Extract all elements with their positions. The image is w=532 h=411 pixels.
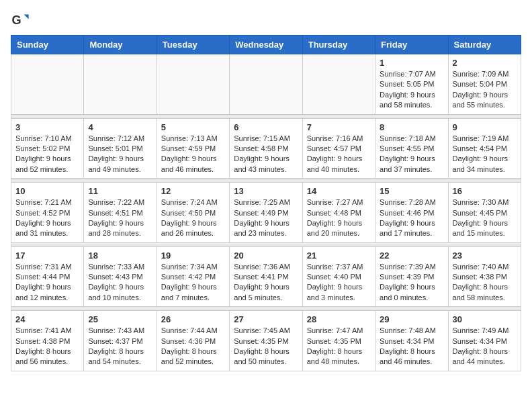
table-row (84, 54, 157, 115)
table-row: 24Sunrise: 7:41 AM Sunset: 4:38 PM Dayli… (11, 311, 84, 371)
table-row: 16Sunrise: 7:30 AM Sunset: 4:45 PM Dayli… (448, 183, 521, 243)
day-number: 20 (234, 250, 298, 261)
day-info: Sunrise: 7:07 AM Sunset: 5:05 PM Dayligh… (380, 69, 443, 111)
day-info: Sunrise: 7:30 AM Sunset: 4:45 PM Dayligh… (453, 197, 517, 239)
logo-icon: G (11, 11, 30, 30)
day-number: 11 (88, 186, 152, 196)
page-header: G (11, 11, 521, 30)
table-row: 12Sunrise: 7:24 AM Sunset: 4:50 PM Dayli… (157, 183, 229, 243)
weekday-header-wednesday: Wednesday (230, 36, 302, 54)
table-row: 29Sunrise: 7:48 AM Sunset: 4:34 PM Dayli… (375, 311, 448, 371)
day-info: Sunrise: 7:37 AM Sunset: 4:40 PM Dayligh… (307, 262, 371, 304)
table-row: 2Sunrise: 7:09 AM Sunset: 5:04 PM Daylig… (448, 54, 521, 115)
day-info: Sunrise: 7:40 AM Sunset: 4:38 PM Dayligh… (453, 262, 517, 304)
day-info: Sunrise: 7:16 AM Sunset: 4:57 PM Dayligh… (307, 134, 371, 175)
table-row: 4Sunrise: 7:12 AM Sunset: 5:01 PM Daylig… (84, 118, 157, 179)
table-row: 6Sunrise: 7:15 AM Sunset: 4:58 PM Daylig… (230, 118, 302, 179)
day-number: 8 (380, 122, 443, 132)
day-info: Sunrise: 7:47 AM Sunset: 4:35 PM Dayligh… (307, 326, 371, 367)
day-number: 18 (88, 250, 152, 261)
day-info: Sunrise: 7:18 AM Sunset: 4:55 PM Dayligh… (380, 134, 443, 175)
day-info: Sunrise: 7:24 AM Sunset: 4:50 PM Dayligh… (161, 197, 225, 239)
day-number: 26 (161, 314, 225, 324)
table-row: 20Sunrise: 7:36 AM Sunset: 4:41 PM Dayli… (230, 246, 302, 307)
day-number: 3 (15, 122, 79, 132)
day-info: Sunrise: 7:21 AM Sunset: 4:52 PM Dayligh… (15, 197, 79, 239)
weekday-header-sunday: Sunday (11, 36, 84, 54)
day-number: 6 (234, 122, 298, 132)
day-number: 30 (453, 314, 517, 324)
calendar-table: SundayMondayTuesdayWednesdayThursdayFrid… (11, 35, 521, 371)
table-row: 5Sunrise: 7:13 AM Sunset: 4:59 PM Daylig… (157, 118, 229, 179)
table-row: 11Sunrise: 7:22 AM Sunset: 4:51 PM Dayli… (84, 183, 157, 243)
day-number: 2 (453, 58, 517, 68)
day-number: 29 (380, 314, 443, 324)
table-row: 27Sunrise: 7:45 AM Sunset: 4:35 PM Dayli… (230, 311, 302, 371)
day-info: Sunrise: 7:25 AM Sunset: 4:49 PM Dayligh… (234, 197, 298, 239)
table-row (157, 54, 229, 115)
table-row: 19Sunrise: 7:34 AM Sunset: 4:42 PM Dayli… (157, 246, 229, 307)
table-row: 28Sunrise: 7:47 AM Sunset: 4:35 PM Dayli… (302, 311, 375, 371)
day-info: Sunrise: 7:09 AM Sunset: 5:04 PM Dayligh… (453, 69, 517, 111)
day-number: 24 (15, 314, 79, 324)
day-number: 17 (15, 250, 79, 261)
day-info: Sunrise: 7:43 AM Sunset: 4:37 PM Dayligh… (88, 326, 152, 367)
table-row (230, 54, 302, 115)
table-row: 14Sunrise: 7:27 AM Sunset: 4:48 PM Dayli… (302, 183, 375, 243)
day-info: Sunrise: 7:19 AM Sunset: 4:54 PM Dayligh… (453, 134, 517, 175)
day-number: 10 (15, 186, 79, 196)
day-number: 22 (380, 250, 443, 261)
day-info: Sunrise: 7:33 AM Sunset: 4:43 PM Dayligh… (88, 262, 152, 304)
weekday-header-monday: Monday (84, 36, 157, 54)
calendar-row-2: 10Sunrise: 7:21 AM Sunset: 4:52 PM Dayli… (11, 183, 521, 243)
table-row (11, 54, 84, 115)
day-number: 25 (88, 314, 152, 324)
svg-marker-1 (24, 15, 29, 19)
day-info: Sunrise: 7:31 AM Sunset: 4:44 PM Dayligh… (15, 262, 79, 304)
weekday-header-row: SundayMondayTuesdayWednesdayThursdayFrid… (11, 36, 521, 54)
day-number: 14 (307, 186, 371, 196)
calendar-row-3: 17Sunrise: 7:31 AM Sunset: 4:44 PM Dayli… (11, 246, 521, 307)
day-number: 5 (161, 122, 225, 132)
day-number: 13 (234, 186, 298, 196)
table-row: 13Sunrise: 7:25 AM Sunset: 4:49 PM Dayli… (230, 183, 302, 243)
table-row: 10Sunrise: 7:21 AM Sunset: 4:52 PM Dayli… (11, 183, 84, 243)
day-info: Sunrise: 7:41 AM Sunset: 4:38 PM Dayligh… (15, 326, 79, 367)
day-number: 4 (88, 122, 152, 132)
table-row: 18Sunrise: 7:33 AM Sunset: 4:43 PM Dayli… (84, 246, 157, 307)
table-row: 3Sunrise: 7:10 AM Sunset: 5:02 PM Daylig… (11, 118, 84, 179)
table-row: 8Sunrise: 7:18 AM Sunset: 4:55 PM Daylig… (375, 118, 448, 179)
day-number: 7 (307, 122, 371, 132)
calendar-row-4: 24Sunrise: 7:41 AM Sunset: 4:38 PM Dayli… (11, 311, 521, 371)
day-info: Sunrise: 7:39 AM Sunset: 4:39 PM Dayligh… (380, 262, 443, 304)
table-row: 1Sunrise: 7:07 AM Sunset: 5:05 PM Daylig… (375, 54, 448, 115)
table-row: 15Sunrise: 7:28 AM Sunset: 4:46 PM Dayli… (375, 183, 448, 243)
day-info: Sunrise: 7:34 AM Sunset: 4:42 PM Dayligh… (161, 262, 225, 304)
weekday-header-thursday: Thursday (302, 36, 375, 54)
table-row: 22Sunrise: 7:39 AM Sunset: 4:39 PM Dayli… (375, 246, 448, 307)
day-number: 15 (380, 186, 443, 196)
weekday-header-saturday: Saturday (448, 36, 521, 54)
day-number: 27 (234, 314, 298, 324)
table-row: 25Sunrise: 7:43 AM Sunset: 4:37 PM Dayli… (84, 311, 157, 371)
table-row: 30Sunrise: 7:49 AM Sunset: 4:34 PM Dayli… (448, 311, 521, 371)
day-number: 12 (161, 186, 225, 196)
table-row: 23Sunrise: 7:40 AM Sunset: 4:38 PM Dayli… (448, 246, 521, 307)
day-info: Sunrise: 7:27 AM Sunset: 4:48 PM Dayligh… (307, 197, 371, 239)
day-number: 1 (380, 58, 443, 68)
calendar-row-0: 1Sunrise: 7:07 AM Sunset: 5:05 PM Daylig… (11, 54, 521, 115)
day-number: 23 (453, 250, 517, 261)
table-row: 17Sunrise: 7:31 AM Sunset: 4:44 PM Dayli… (11, 246, 84, 307)
table-row: 9Sunrise: 7:19 AM Sunset: 4:54 PM Daylig… (448, 118, 521, 179)
table-row (302, 54, 375, 115)
day-number: 19 (161, 250, 225, 261)
day-info: Sunrise: 7:45 AM Sunset: 4:35 PM Dayligh… (234, 326, 298, 367)
day-info: Sunrise: 7:12 AM Sunset: 5:01 PM Dayligh… (88, 134, 152, 175)
calendar-row-1: 3Sunrise: 7:10 AM Sunset: 5:02 PM Daylig… (11, 118, 521, 179)
table-row: 21Sunrise: 7:37 AM Sunset: 4:40 PM Dayli… (302, 246, 375, 307)
day-info: Sunrise: 7:36 AM Sunset: 4:41 PM Dayligh… (234, 262, 298, 304)
day-info: Sunrise: 7:22 AM Sunset: 4:51 PM Dayligh… (88, 197, 152, 239)
logo: G (11, 11, 32, 30)
weekday-header-tuesday: Tuesday (157, 36, 229, 54)
weekday-header-friday: Friday (375, 36, 448, 54)
